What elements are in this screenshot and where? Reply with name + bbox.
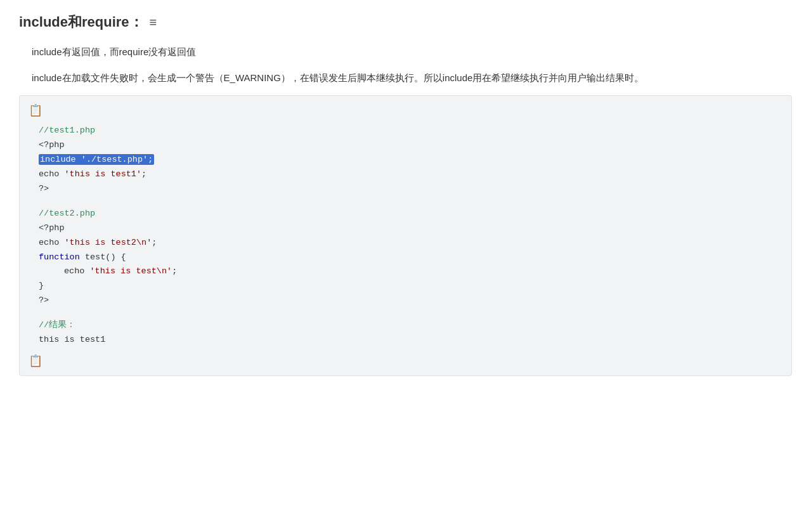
code-line-brace: } (39, 279, 779, 294)
code-line-function: function test() { (39, 250, 779, 265)
code-comment-2: //test2.php (39, 207, 779, 221)
page-title: include和require： ≡ (19, 13, 792, 32)
code-line-echo-1: echo 'this is test1'; (39, 167, 779, 182)
code-line-include: include './tsest.php'; (39, 153, 779, 167)
paragraph-2: include在加载文件失败时，会生成一个警告（E_WARNING），在错误发生… (19, 69, 792, 86)
code-line-php-open-2: <?php (39, 221, 779, 236)
code-comment-result: //结果： (39, 318, 779, 333)
paragraph-1: include有返回值，而require没有返回值 (19, 43, 792, 60)
code-line-php-close-2: ?> (39, 294, 779, 308)
code-comment-1: //test1.php (39, 124, 779, 138)
copy-icon-bottom[interactable]: 📋 (29, 354, 42, 368)
code-result-line: this is test1 (39, 333, 779, 347)
code-content: //test1.php <?php include './tsest.php';… (39, 124, 779, 347)
code-line-echo-3: echo 'this is test\n'; (39, 264, 779, 279)
title-text: include和require： (19, 13, 143, 32)
code-block: 📋 //test1.php <?php include './tsest.php… (19, 95, 792, 376)
code-line-echo-2: echo 'this is test2\n'; (39, 236, 779, 250)
menu-icon[interactable]: ≡ (150, 15, 157, 30)
code-section-result: //结果： this is test1 (39, 318, 779, 347)
code-line-php-open-1: <?php (39, 138, 779, 153)
code-section-test1: //test1.php <?php include './tsest.php';… (39, 124, 779, 197)
copy-icon-top[interactable]: 📋 (29, 103, 42, 117)
code-section-test2: //test2.php <?php echo 'this is test2\n'… (39, 207, 779, 309)
code-line-php-close-1: ?> (39, 182, 779, 197)
